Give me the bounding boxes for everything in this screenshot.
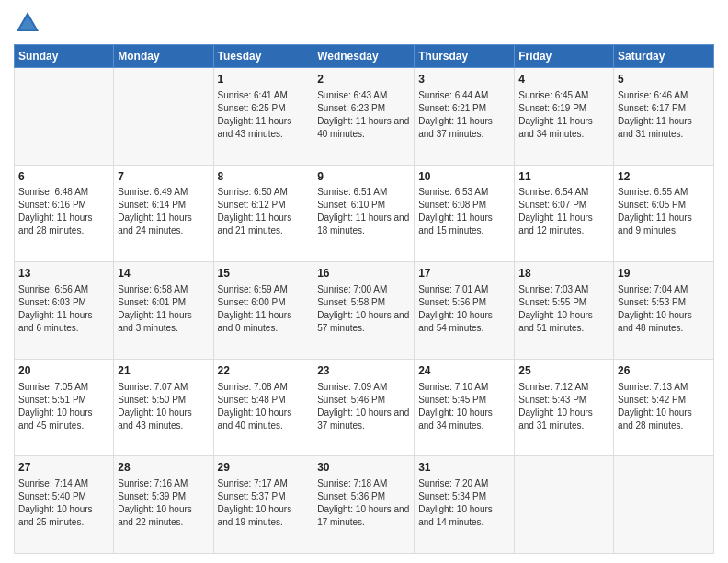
day-number: 21	[118, 363, 209, 379]
day-info: Sunrise: 6:45 AMSunset: 6:19 PMDaylight:…	[518, 89, 609, 141]
day-cell: 9Sunrise: 6:51 AMSunset: 6:10 PMDaylight…	[313, 165, 415, 262]
day-info: Sunrise: 7:04 AMSunset: 5:53 PMDaylight:…	[618, 283, 710, 335]
day-number: 16	[317, 266, 410, 282]
day-cell	[515, 456, 614, 554]
header-row: SundayMondayTuesdayWednesdayThursdayFrid…	[15, 45, 714, 68]
day-info: Sunrise: 7:03 AMSunset: 5:55 PMDaylight:…	[518, 283, 609, 335]
logo	[14, 9, 45, 37]
day-info: Sunrise: 6:59 AMSunset: 6:00 PMDaylight:…	[218, 283, 310, 335]
day-cell: 26Sunrise: 7:13 AMSunset: 5:42 PMDayligh…	[614, 359, 714, 456]
day-cell: 4Sunrise: 6:45 AMSunset: 6:19 PMDaylight…	[515, 68, 614, 166]
day-info: Sunrise: 7:20 AMSunset: 5:34 PMDaylight:…	[418, 477, 510, 529]
day-cell: 8Sunrise: 6:50 AMSunset: 6:12 PMDaylight…	[213, 165, 313, 262]
day-cell: 3Sunrise: 6:44 AMSunset: 6:21 PMDaylight…	[415, 68, 515, 166]
day-cell: 21Sunrise: 7:07 AMSunset: 5:50 PMDayligh…	[114, 359, 213, 456]
day-number: 25	[518, 363, 609, 379]
day-cell: 6Sunrise: 6:48 AMSunset: 6:16 PMDaylight…	[15, 165, 114, 262]
day-cell: 20Sunrise: 7:05 AMSunset: 5:51 PMDayligh…	[15, 359, 114, 456]
day-number: 5	[618, 72, 710, 87]
day-info: Sunrise: 6:51 AMSunset: 6:10 PMDaylight:…	[317, 186, 410, 237]
day-number: 29	[218, 460, 310, 476]
day-number: 2	[317, 72, 410, 87]
day-info: Sunrise: 6:41 AMSunset: 6:25 PMDaylight:…	[218, 89, 310, 141]
logo-icon	[14, 9, 41, 37]
day-number: 18	[518, 266, 609, 282]
day-info: Sunrise: 7:09 AMSunset: 5:46 PMDaylight:…	[317, 381, 410, 432]
day-info: Sunrise: 7:05 AMSunset: 5:51 PMDaylight:…	[18, 381, 109, 432]
header-cell-wednesday: Wednesday	[313, 45, 415, 68]
day-cell: 29Sunrise: 7:17 AMSunset: 5:37 PMDayligh…	[213, 456, 313, 554]
day-info: Sunrise: 6:55 AMSunset: 6:05 PMDaylight:…	[618, 186, 710, 237]
day-cell: 24Sunrise: 7:10 AMSunset: 5:45 PMDayligh…	[415, 359, 515, 456]
header-cell-friday: Friday	[515, 45, 614, 68]
day-cell: 18Sunrise: 7:03 AMSunset: 5:55 PMDayligh…	[515, 262, 614, 360]
day-cell: 28Sunrise: 7:16 AMSunset: 5:39 PMDayligh…	[114, 456, 213, 554]
day-cell: 11Sunrise: 6:54 AMSunset: 6:07 PMDayligh…	[515, 165, 614, 262]
calendar-body: 1Sunrise: 6:41 AMSunset: 6:25 PMDaylight…	[15, 68, 714, 554]
day-info: Sunrise: 6:44 AMSunset: 6:21 PMDaylight:…	[418, 89, 510, 141]
day-cell: 12Sunrise: 6:55 AMSunset: 6:05 PMDayligh…	[614, 165, 714, 262]
day-number: 23	[317, 363, 410, 379]
day-number: 10	[418, 169, 510, 185]
day-info: Sunrise: 7:18 AMSunset: 5:36 PMDaylight:…	[317, 477, 410, 529]
day-number: 9	[317, 169, 410, 185]
day-cell: 16Sunrise: 7:00 AMSunset: 5:58 PMDayligh…	[313, 262, 415, 360]
day-cell: 5Sunrise: 6:46 AMSunset: 6:17 PMDaylight…	[614, 68, 714, 166]
week-row-1: 1Sunrise: 6:41 AMSunset: 6:25 PMDaylight…	[15, 68, 714, 166]
week-row-3: 13Sunrise: 6:56 AMSunset: 6:03 PMDayligh…	[15, 262, 714, 360]
day-number: 22	[218, 363, 310, 379]
day-cell	[114, 68, 213, 166]
day-info: Sunrise: 7:13 AMSunset: 5:42 PMDaylight:…	[618, 381, 710, 432]
day-number: 24	[418, 363, 510, 379]
day-info: Sunrise: 7:08 AMSunset: 5:48 PMDaylight:…	[218, 381, 310, 432]
day-cell	[614, 456, 714, 554]
day-number: 20	[18, 363, 109, 379]
day-cell: 13Sunrise: 6:56 AMSunset: 6:03 PMDayligh…	[15, 262, 114, 360]
day-info: Sunrise: 6:54 AMSunset: 6:07 PMDaylight:…	[518, 186, 609, 237]
day-cell: 15Sunrise: 6:59 AMSunset: 6:00 PMDayligh…	[213, 262, 313, 360]
week-row-5: 27Sunrise: 7:14 AMSunset: 5:40 PMDayligh…	[15, 456, 714, 554]
calendar-header: SundayMondayTuesdayWednesdayThursdayFrid…	[15, 45, 714, 68]
day-cell: 14Sunrise: 6:58 AMSunset: 6:01 PMDayligh…	[114, 262, 213, 360]
day-number: 28	[118, 460, 209, 476]
day-info: Sunrise: 7:16 AMSunset: 5:39 PMDaylight:…	[118, 477, 209, 529]
day-info: Sunrise: 6:46 AMSunset: 6:17 PMDaylight:…	[618, 89, 710, 141]
day-number: 27	[18, 460, 109, 476]
day-info: Sunrise: 7:07 AMSunset: 5:50 PMDaylight:…	[118, 381, 209, 432]
day-number: 13	[18, 266, 109, 282]
day-number: 8	[218, 169, 310, 185]
day-cell: 31Sunrise: 7:20 AMSunset: 5:34 PMDayligh…	[415, 456, 515, 554]
day-number: 6	[18, 169, 109, 185]
day-cell: 30Sunrise: 7:18 AMSunset: 5:36 PMDayligh…	[313, 456, 415, 554]
calendar-table: SundayMondayTuesdayWednesdayThursdayFrid…	[14, 44, 714, 554]
day-cell: 17Sunrise: 7:01 AMSunset: 5:56 PMDayligh…	[415, 262, 515, 360]
day-number: 1	[218, 72, 310, 87]
day-number: 26	[618, 363, 710, 379]
day-cell: 10Sunrise: 6:53 AMSunset: 6:08 PMDayligh…	[415, 165, 515, 262]
day-info: Sunrise: 6:50 AMSunset: 6:12 PMDaylight:…	[218, 186, 310, 237]
day-number: 11	[518, 169, 609, 185]
day-number: 7	[118, 169, 209, 185]
day-info: Sunrise: 7:01 AMSunset: 5:56 PMDaylight:…	[418, 283, 510, 335]
day-cell: 19Sunrise: 7:04 AMSunset: 5:53 PMDayligh…	[614, 262, 714, 360]
day-number: 12	[618, 169, 710, 185]
day-cell: 27Sunrise: 7:14 AMSunset: 5:40 PMDayligh…	[15, 456, 114, 554]
day-cell: 23Sunrise: 7:09 AMSunset: 5:46 PMDayligh…	[313, 359, 415, 456]
day-number: 30	[317, 460, 410, 476]
day-number: 4	[518, 72, 609, 87]
day-info: Sunrise: 6:48 AMSunset: 6:16 PMDaylight:…	[18, 186, 109, 237]
day-cell: 25Sunrise: 7:12 AMSunset: 5:43 PMDayligh…	[515, 359, 614, 456]
header-cell-monday: Monday	[114, 45, 213, 68]
day-info: Sunrise: 7:14 AMSunset: 5:40 PMDaylight:…	[18, 477, 109, 529]
day-number: 17	[418, 266, 510, 282]
day-cell: 22Sunrise: 7:08 AMSunset: 5:48 PMDayligh…	[213, 359, 313, 456]
day-number: 3	[418, 72, 510, 87]
day-info: Sunrise: 6:56 AMSunset: 6:03 PMDaylight:…	[18, 283, 109, 335]
day-info: Sunrise: 6:53 AMSunset: 6:08 PMDaylight:…	[418, 186, 510, 237]
day-number: 31	[418, 460, 510, 476]
header-cell-tuesday: Tuesday	[213, 45, 313, 68]
header	[14, 9, 714, 37]
day-info: Sunrise: 7:00 AMSunset: 5:58 PMDaylight:…	[317, 283, 410, 335]
header-cell-saturday: Saturday	[614, 45, 714, 68]
day-info: Sunrise: 6:49 AMSunset: 6:14 PMDaylight:…	[118, 186, 209, 237]
